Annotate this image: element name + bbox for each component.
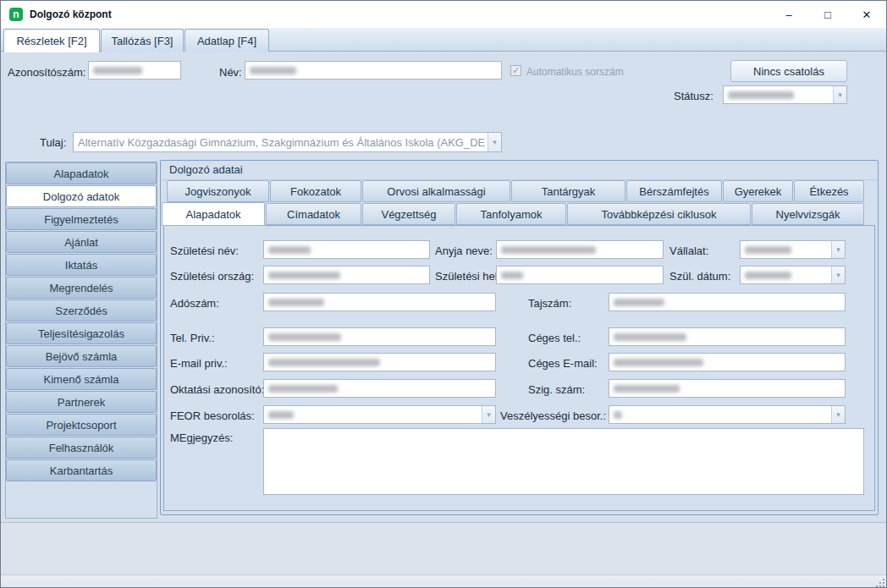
sidebar-item-teljesitesigazolas[interactable]: Teljesítésigazolás [6,322,157,344]
sidebar-item-partnerek[interactable]: Partnerek [6,391,157,413]
birth-place-input[interactable] [496,266,664,284]
resize-grip-icon[interactable] [876,579,884,587]
taj-number-input[interactable] [609,293,846,311]
sidebar-item-megrendeles[interactable]: Megrendelés [6,277,157,299]
footer-bar: Műveletek ▾ Hivatkozás Új felvitel ▾ ✎ M… [1,522,886,574]
company-email-input[interactable] [609,353,846,371]
tab-jogviszonyok[interactable]: Jogviszonyok [167,180,269,202]
private-phone-input[interactable] [263,327,496,346]
id-value-redacted [93,67,142,74]
tab-cimadatok[interactable]: Címadatok [266,203,361,225]
private-email-label: E-mail priv.: [170,357,228,370]
tax-number-input[interactable] [263,293,496,311]
name-value-redacted [250,67,296,74]
sidebar-item-dolgozo-adatok[interactable]: Dolgozó adatok [6,185,157,207]
birth-date-combo[interactable]: ▾ [740,266,846,284]
close-icon[interactable]: ✕ [847,1,886,28]
tab-tantargyak[interactable]: Tantárgyak [511,180,625,202]
status-value-redacted [728,91,794,99]
redacted-value [614,359,703,366]
sidebar-item-kimeno-szamla[interactable]: Kimenő számla [6,368,157,390]
sidebar-item-karbantartas[interactable]: Karbantartás [6,459,157,481]
tab-fokozatok[interactable]: Fokozatok [270,180,361,202]
chevron-down-icon[interactable]: ▾ [482,406,495,423]
app-icon: n [9,8,23,21]
status-label: Státusz: [674,90,713,102]
education-id-input[interactable] [263,379,496,398]
sidebar-item-alapadatok[interactable]: Alapadatok [6,162,157,184]
redacted-value [268,299,324,306]
redacted-value [268,359,380,366]
owner-value: Alternatív Közgazdasági Gimnázium, Szakg… [78,136,485,149]
window-title: Dolgozó központ [30,8,112,20]
tab-reszletek[interactable]: Részletek [F2] [3,29,100,52]
owner-label: Tulaj: [40,136,66,149]
sidebar-item-figyelmeztetes[interactable]: Figyelmeztetés [6,208,157,230]
chevron-down-icon[interactable]: ▾ [831,406,845,423]
id-input[interactable] [88,61,181,80]
company-phone-label: Céges tel.: [528,332,581,344]
id-label: Azonosítószám: [8,66,86,79]
tab-berszamfejtes[interactable]: Bérszámfejtés [626,180,722,202]
chevron-down-icon[interactable]: ▾ [488,133,501,151]
minimize-icon[interactable]: – [769,1,808,28]
auto-serial-label: Automatikus sorszám [526,66,624,78]
note-textarea[interactable] [263,428,864,495]
sidebar-item-bejovo-szamla[interactable]: Bejövő számla [6,345,157,367]
company-combo[interactable]: ▾ [740,240,846,259]
tab-tallozas[interactable]: Tallózás [F3] [101,29,184,52]
auto-serial-checkbox[interactable]: ✓ [510,65,521,76]
name-label: Név: [219,66,242,79]
status-combo[interactable]: ▾ [723,85,847,104]
redacted-value [268,246,311,254]
redacted-value [268,411,294,419]
chevron-down-icon[interactable]: ▾ [833,86,846,103]
birth-country-input[interactable] [263,266,430,284]
redacted-value [614,411,622,419]
maximize-icon[interactable]: □ [808,1,847,28]
feor-combo[interactable]: ▾ [263,405,496,424]
app-window: n Dolgozó központ – □ ✕ Részletek [F2] T… [0,0,887,588]
birth-date-label: Szül. dátum: [669,270,730,283]
sidebar-item-projektcsoport[interactable]: Projektcsoport [6,414,157,436]
tab-nyelvvizsgak[interactable]: Nyelvvizsgák [752,203,864,225]
private-email-input[interactable] [263,353,496,371]
redacted-value [268,333,341,341]
tab-alapadatok[interactable]: Alapadatok [162,202,265,226]
redacted-value [268,385,338,393]
birth-name-input[interactable] [263,240,430,259]
status-bar [1,574,886,588]
sidebar-item-iktatas[interactable]: Iktatás [6,254,157,276]
mother-name-label: Anyja neve: [435,245,493,257]
name-input[interactable] [245,61,502,80]
id-card-label: Szig. szám: [528,383,585,396]
tab-tovabbkepzesi-ciklusok[interactable]: Továbbképzési ciklusok [567,203,751,225]
company-label: Vállalat: [669,245,708,257]
sidebar-item-felhasznalok[interactable]: Felhasználók [6,437,157,459]
tab-tanfolyamok[interactable]: Tanfolyamok [456,203,566,225]
company-phone-input[interactable] [609,327,846,346]
chevron-down-icon[interactable]: ▾ [831,241,845,258]
redacted-value [745,246,791,254]
sidebar-item-ajanlat[interactable]: Ajánlat [6,231,157,253]
private-phone-label: Tel. Priv.: [170,332,215,344]
redacted-value [501,246,596,254]
tab-vegzettseg[interactable]: Végzettség [362,203,455,225]
hazard-combo[interactable]: ▾ [609,405,846,424]
company-email-label: Céges E-mail: [528,357,598,370]
tab-adatlap[interactable]: Adatlap [F4] [185,29,269,52]
chevron-down-icon[interactable]: ▾ [831,267,845,283]
redacted-value [614,333,686,341]
tab-orvosi-alkalmassagi[interactable]: Orvosi alkalmassági [362,180,510,202]
owner-combo[interactable]: Alternatív Közgazdasági Gimnázium, Szakg… [73,132,502,152]
education-id-label: Oktatási azonosító: [170,383,264,396]
tab-gyerekek[interactable]: Gyerekek [723,180,793,202]
note-label: MEgjegyzés: [170,431,233,444]
id-card-input[interactable] [609,379,846,398]
tab-etkezes[interactable]: Étkezés [794,180,864,202]
sidebar-item-szerzodes[interactable]: Szerződés [6,299,157,321]
feor-label: FEOR besorolás: [170,409,255,422]
title-bar: n Dolgozó központ – □ ✕ [1,1,886,28]
no-attach-button[interactable]: Nincs csatolás [730,60,847,82]
mother-name-input[interactable] [496,240,664,259]
